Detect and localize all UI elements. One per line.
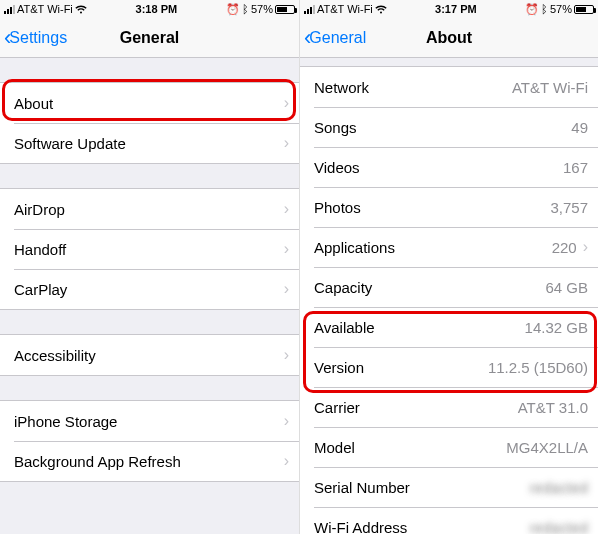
group-storage: iPhone Storage › Background App Refresh … <box>0 400 299 482</box>
battery-percent: 57% <box>550 3 572 15</box>
about-list: NetworkAT&T Wi-FiSongs49Videos167Photos3… <box>300 66 598 534</box>
chevron-right-icon: › <box>284 134 289 152</box>
back-button[interactable]: ‹ Settings <box>4 29 67 47</box>
row-label: Accessibility <box>14 347 96 364</box>
row-label: About <box>14 95 53 112</box>
back-label: Settings <box>9 29 67 47</box>
chevron-right-icon: › <box>583 238 588 256</box>
phone-about: AT&T Wi-Fi 3:17 PM ⏰ ᛒ 57% ‹ General Abo… <box>299 0 598 534</box>
row-accessibility[interactable]: Accessibility › <box>0 335 299 375</box>
row-label: Network <box>314 79 369 96</box>
row-value: AT&T Wi-Fi <box>512 79 588 96</box>
group-about-update: About › Software Update › <box>0 82 299 164</box>
clock: 3:17 PM <box>435 3 477 15</box>
row-background-app-refresh[interactable]: Background App Refresh › <box>0 441 299 481</box>
chevron-right-icon: › <box>284 94 289 112</box>
back-label: General <box>309 29 366 47</box>
row-value: 14.32 GB <box>525 319 588 336</box>
row-capacity: Capacity64 GB <box>300 267 598 307</box>
row-value: AT&T 31.0 <box>518 399 588 416</box>
chevron-right-icon: › <box>284 200 289 218</box>
signal-icon <box>4 5 15 14</box>
row-label: Background App Refresh <box>14 453 181 470</box>
row-label: Capacity <box>314 279 372 296</box>
row-value: 3,757 <box>550 199 588 216</box>
row-model: ModelMG4X2LL/A <box>300 427 598 467</box>
row-handoff[interactable]: Handoff › <box>0 229 299 269</box>
group-accessibility: Accessibility › <box>0 334 299 376</box>
signal-icon <box>304 5 315 14</box>
row-available: Available14.32 GB <box>300 307 598 347</box>
page-title: About <box>426 29 472 47</box>
row-songs: Songs49 <box>300 107 598 147</box>
chevron-right-icon: › <box>284 412 289 430</box>
battery-icon <box>574 5 594 14</box>
row-about[interactable]: About › <box>0 83 299 123</box>
row-value: 11.2.5 (15D60) <box>488 359 588 376</box>
row-value: 64 GB <box>545 279 588 296</box>
alarm-icon: ⏰ <box>226 3 240 16</box>
row-applications[interactable]: Applications220› <box>300 227 598 267</box>
wifi-icon <box>75 5 87 14</box>
battery-percent: 57% <box>251 3 273 15</box>
row-label: Carrier <box>314 399 360 416</box>
status-bar: AT&T Wi-Fi 3:17 PM ⏰ ᛒ 57% <box>300 0 598 18</box>
settings-body[interactable]: About › Software Update › AirDrop › Hand… <box>0 58 299 534</box>
row-value: 220› <box>552 238 588 256</box>
row-value: 49 <box>571 119 588 136</box>
row-videos: Videos167 <box>300 147 598 187</box>
row-label: iPhone Storage <box>14 413 117 430</box>
row-label: Videos <box>314 159 360 176</box>
clock: 3:18 PM <box>136 3 178 15</box>
battery-icon <box>275 5 295 14</box>
chevron-right-icon: › <box>284 240 289 258</box>
page-title: General <box>120 29 180 47</box>
row-iphone-storage[interactable]: iPhone Storage › <box>0 401 299 441</box>
row-carplay[interactable]: CarPlay › <box>0 269 299 309</box>
alarm-icon: ⏰ <box>525 3 539 16</box>
row-label: Available <box>314 319 375 336</box>
about-body[interactable]: NetworkAT&T Wi-FiSongs49Videos167Photos3… <box>300 58 598 534</box>
row-software-update[interactable]: Software Update › <box>0 123 299 163</box>
row-carrier: CarrierAT&T 31.0 <box>300 387 598 427</box>
chevron-right-icon: › <box>284 346 289 364</box>
bluetooth-icon: ᛒ <box>242 3 249 15</box>
row-value: redacted <box>530 479 588 496</box>
row-airdrop[interactable]: AirDrop › <box>0 189 299 229</box>
row-version: Version11.2.5 (15D60) <box>300 347 598 387</box>
row-label: Photos <box>314 199 361 216</box>
row-photos: Photos3,757 <box>300 187 598 227</box>
row-label: Handoff <box>14 241 66 258</box>
back-button[interactable]: ‹ General <box>304 29 366 47</box>
row-value: redacted <box>530 519 588 535</box>
wifi-icon <box>375 5 387 14</box>
row-network: NetworkAT&T Wi-Fi <box>300 67 598 107</box>
phone-general: AT&T Wi-Fi 3:18 PM ⏰ ᛒ 57% ‹ Settings Ge… <box>0 0 299 534</box>
chevron-right-icon: › <box>284 452 289 470</box>
navbar: ‹ General About <box>300 18 598 58</box>
row-label: CarPlay <box>14 281 67 298</box>
row-value: 167 <box>563 159 588 176</box>
row-label: Software Update <box>14 135 126 152</box>
row-label: Wi-Fi Address <box>314 519 407 535</box>
row-value: MG4X2LL/A <box>506 439 588 456</box>
row-label: Version <box>314 359 364 376</box>
row-label: Serial Number <box>314 479 410 496</box>
row-serial-number: Serial Numberredacted <box>300 467 598 507</box>
row-label: AirDrop <box>14 201 65 218</box>
status-bar: AT&T Wi-Fi 3:18 PM ⏰ ᛒ 57% <box>0 0 299 18</box>
carrier-label: AT&T Wi-Fi <box>17 3 73 15</box>
bluetooth-icon: ᛒ <box>541 3 548 15</box>
chevron-right-icon: › <box>284 280 289 298</box>
row-label: Applications <box>314 239 395 256</box>
carrier-label: AT&T Wi-Fi <box>317 3 373 15</box>
group-airdrop: AirDrop › Handoff › CarPlay › <box>0 188 299 310</box>
row-label: Model <box>314 439 355 456</box>
row-label: Songs <box>314 119 357 136</box>
navbar: ‹ Settings General <box>0 18 299 58</box>
row-wi-fi-address: Wi-Fi Addressredacted <box>300 507 598 534</box>
